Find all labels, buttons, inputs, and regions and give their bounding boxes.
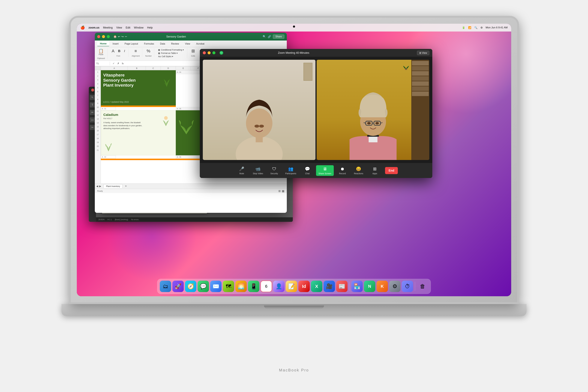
indesign-tool-text[interactable]: T: [90, 102, 95, 108]
dock-finder[interactable]: 🗂: [160, 281, 171, 292]
cf-cell-styles[interactable]: Aa Cell Styles ▾: [157, 55, 185, 58]
cf-format-as-table[interactable]: ▦ Format as Table ▾: [157, 52, 185, 55]
excel-tab-view[interactable]: View: [182, 42, 193, 46]
dock-numbers[interactable]: N: [364, 281, 375, 292]
indesign-tool-rect[interactable]: ▭: [90, 117, 95, 122]
excel-tab-data[interactable]: Data: [157, 42, 168, 46]
zoom-chat-btn[interactable]: 💬 Chat: [300, 165, 315, 176]
sheet-tab-plant-inventory[interactable]: Plant Inventory: [103, 184, 122, 188]
menubar-meeting[interactable]: Meeting: [103, 26, 113, 29]
menubar-help[interactable]: Help: [147, 26, 153, 29]
excel-tab-pagelayout[interactable]: Page Layout: [122, 42, 141, 46]
view-normal-icon[interactable]: ⊞: [278, 190, 281, 193]
excel-share-button[interactable]: Share: [273, 34, 284, 39]
zoom-view-button[interactable]: ⊞ View: [417, 51, 429, 55]
dock-maps[interactable]: 🗺: [223, 281, 234, 292]
svg-point-3: [246, 108, 272, 138]
ribbon-font-selector[interactable]: A: [110, 48, 116, 54]
zoom-end-button[interactable]: End: [385, 167, 398, 174]
bold-icon: B: [118, 49, 120, 53]
row-16: 16: [95, 129, 101, 133]
zoom-fullscreen-btn[interactable]: [212, 51, 215, 54]
zoom-minimize-btn[interactable]: [208, 51, 211, 54]
col-D: D: [161, 66, 176, 70]
excel-tab-formulas[interactable]: Formulas: [141, 42, 157, 46]
zoom-window[interactable]: 🛡 Zoom Meeting 40-Minutes ⊞ View: [200, 49, 432, 178]
dock-launchpad[interactable]: 🚀: [172, 281, 184, 292]
orange-divider-1: [101, 106, 176, 107]
menubar-window[interactable]: Window: [134, 26, 143, 29]
dock: 🗂 🚀 🧭 💬 ✉️: [157, 279, 431, 294]
excel-tab-review[interactable]: Review: [168, 42, 182, 46]
table-icon: ▦: [158, 52, 160, 54]
dock-zoom[interactable]: 🎥: [324, 281, 335, 292]
menubar-time: Mon Jun 6 9:41 AM: [486, 26, 508, 29]
excel-zoom-button[interactable]: [107, 35, 110, 38]
add-sheet-btn[interactable]: +: [122, 184, 129, 188]
indesign-close-button[interactable]: [91, 88, 94, 92]
ribbon-bold-btn[interactable]: B: [117, 48, 122, 54]
dock-notes[interactable]: 📝: [286, 281, 297, 292]
excel-tab-home[interactable]: Home: [97, 42, 109, 46]
svg-rect-6: [405, 69, 407, 70]
menubar-search[interactable]: 🔍: [474, 26, 478, 29]
dock-facetime[interactable]: 📱: [248, 281, 259, 292]
ribbon-italic-btn[interactable]: I: [123, 48, 126, 54]
menubar-view[interactable]: View: [116, 26, 122, 29]
excel-share-icon[interactable]: 🔗: [268, 35, 271, 38]
dock-news[interactable]: 📰: [336, 281, 348, 292]
plant-decoration-1: [161, 73, 173, 88]
dock-mail[interactable]: ✉️: [210, 281, 222, 292]
excel-tab-acrobat[interactable]: Acrobat: [193, 42, 207, 46]
ribbon-clipboard-label: Clipboard: [97, 57, 105, 60]
news-icon: 📰: [339, 283, 345, 290]
dock-indesign[interactable]: Id: [298, 281, 310, 292]
excel-home-icon: 🏠: [113, 35, 117, 38]
ribbon-number-format-btn[interactable]: %: [145, 48, 151, 54]
dock-safari[interactable]: 🧭: [185, 281, 196, 292]
dock-appstore[interactable]: 🏪: [351, 281, 363, 292]
indesign-tool-pen[interactable]: ✏: [90, 110, 95, 115]
excel-close-button[interactable]: [97, 35, 100, 38]
zoom-mute-btn[interactable]: 🎤 Mute: [234, 165, 249, 176]
cf-conditional-formatting[interactable]: ▦ Conditional Formatting ▾: [157, 48, 185, 51]
cf-items: ▦ Conditional Formatting ▾ ▦ Format as T…: [157, 48, 185, 58]
sheet-prev-btn[interactable]: ◀: [96, 185, 98, 188]
col-B: B: [128, 66, 146, 70]
sheet-next-btn[interactable]: ▶: [99, 185, 101, 188]
zoom-security-btn[interactable]: 🛡 Security: [267, 165, 282, 176]
cell-reference[interactable]: T1: [96, 62, 108, 65]
menubar-app-name[interactable]: zoom.us: [88, 26, 99, 29]
menubar-controlcenter[interactable]: ⚙: [481, 26, 483, 29]
dock-keynote[interactable]: K: [377, 281, 388, 292]
zoom-apps-btn[interactable]: ⊞ Apps: [367, 165, 382, 176]
menubar-edit[interactable]: Edit: [126, 26, 130, 29]
checkmark-icon: ✓: [113, 62, 115, 65]
indesign-tool-scissors[interactable]: ✂: [90, 125, 95, 130]
zoom-reactions-btn[interactable]: 😀 Reactions: [351, 165, 366, 176]
dock-excel[interactable]: X: [311, 281, 322, 292]
zoom-stop-video-btn[interactable]: 📹 Stop Video: [250, 165, 265, 176]
excel-minimize-button[interactable]: [102, 35, 105, 38]
excel-search-icon[interactable]: 🔍: [263, 35, 266, 38]
ribbon-paste-btn[interactable]: 📋 Paste: [97, 48, 105, 56]
dock-calendar[interactable]: 6: [261, 281, 272, 292]
dock-trash[interactable]: 🗑: [417, 281, 428, 292]
indesign-tool-select[interactable]: ↖: [90, 95, 95, 100]
view-layout-icon[interactable]: ▦: [282, 190, 284, 193]
dock-messages[interactable]: 💬: [198, 281, 209, 292]
ribbon-insert-cells-btn[interactable]: ⊞: [190, 48, 196, 54]
zoom-record-btn[interactable]: ⏺ Record: [335, 165, 350, 176]
section-a06: A - 06: [176, 155, 200, 159]
dock-systemprefs[interactable]: ⚙: [389, 281, 401, 292]
excel-tab-insert[interactable]: Insert: [110, 42, 121, 46]
dock-contacts[interactable]: 👤: [273, 281, 285, 292]
zoom-share-screen-btn[interactable]: 🖥 Share Screen: [316, 165, 334, 176]
zoom-meeting-title: Zoom Meeting 40-Minutes: [278, 51, 309, 54]
dock-photos[interactable]: 🌅: [235, 281, 247, 292]
dock-screentime[interactable]: ⏱: [402, 281, 413, 292]
zoom-close-btn[interactable]: [203, 51, 206, 54]
ribbon-align-left-btn[interactable]: ≡: [133, 48, 138, 54]
apple-menu[interactable]: 🍎: [80, 26, 85, 30]
zoom-participants-btn[interactable]: 👥 Participants: [283, 165, 299, 176]
